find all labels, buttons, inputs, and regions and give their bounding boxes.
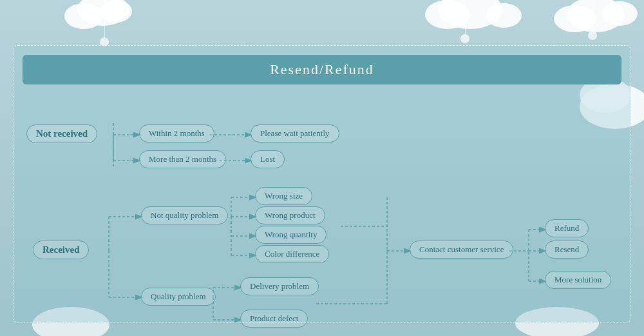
color-difference-node: Color difference xyxy=(255,245,329,263)
delivery-problem-node: Delivery problem xyxy=(240,277,319,295)
wrong-quantity-node: Wrong quantity xyxy=(255,226,327,244)
lost-node: Lost xyxy=(251,150,285,168)
more-solution-node: More solution xyxy=(545,271,611,289)
main-container: Resend/Refund xyxy=(13,45,631,323)
within-2-months-node: Within 2 months xyxy=(139,124,214,143)
hanging-ornament xyxy=(460,34,469,43)
wrong-product-node: Wrong product xyxy=(255,206,325,224)
more-than-2-months-node: More than 2 months xyxy=(139,150,226,168)
refund-node: Refund xyxy=(545,219,589,237)
please-wait-node: Please wait patiently xyxy=(251,124,339,143)
resend-node: Resend xyxy=(545,241,589,259)
cloud xyxy=(425,0,470,29)
hanging-ornament xyxy=(588,31,597,40)
wrong-size-node: Wrong size xyxy=(255,187,312,205)
contact-customer-node: Contact customer service xyxy=(410,241,513,259)
page-title: Resend/Refund xyxy=(270,61,374,77)
cloud xyxy=(486,3,522,28)
cloud xyxy=(602,1,638,26)
cloud xyxy=(554,5,596,32)
quality-problem-node: Quality problem xyxy=(141,288,216,306)
diagram: Not received Within 2 months Please wait… xyxy=(14,91,630,336)
product-defect-node: Product defect xyxy=(240,310,308,328)
received-node: Received xyxy=(33,241,89,259)
cloud xyxy=(64,3,103,29)
hanging-string xyxy=(104,0,105,39)
hanging-string xyxy=(592,0,593,32)
title-bar: Resend/Refund xyxy=(23,55,621,84)
not-received-node: Not received xyxy=(26,124,97,143)
not-quality-problem-node: Not quality problem xyxy=(141,206,228,224)
hanging-string xyxy=(465,0,466,35)
